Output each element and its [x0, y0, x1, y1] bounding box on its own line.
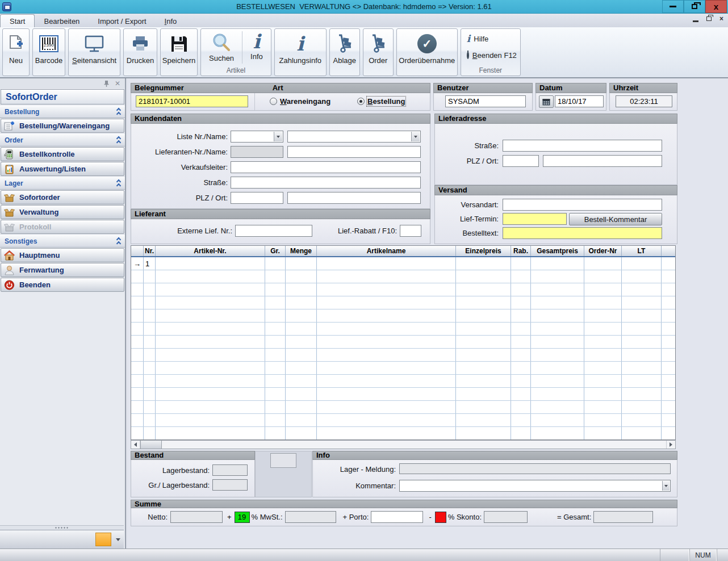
- printer-icon: [131, 33, 149, 55]
- kunden-plz-input[interactable]: [231, 192, 283, 204]
- orderuebernahme-button[interactable]: ✓ Orderübernahme: [396, 28, 458, 76]
- table-row[interactable]: [131, 388, 675, 401]
- tab-import-export[interactable]: Import / Export: [89, 15, 155, 27]
- restore-button[interactable]: [684, 0, 705, 13]
- porto-input[interactable]: [371, 511, 423, 523]
- benutzer-input[interactable]: SYSADM: [445, 95, 526, 107]
- scroll-right-arrow[interactable]: [666, 441, 675, 449]
- sidebar-grip[interactable]: [0, 525, 124, 530]
- column-header[interactable]: Menge: [286, 246, 317, 256]
- lief-termin-input[interactable]: [503, 213, 567, 225]
- externe-lief-input[interactable]: [235, 225, 312, 237]
- table-row[interactable]: [131, 375, 675, 388]
- mid-box: [270, 453, 296, 468]
- column-header-filler: [662, 246, 675, 256]
- lieferanten-name-input[interactable]: [287, 146, 421, 158]
- mdi-close-icon[interactable]: ×: [719, 15, 723, 22]
- column-header[interactable]: Einzelpreis: [456, 246, 511, 256]
- neu-button[interactable]: Neu: [2, 28, 30, 76]
- bestelltext-input[interactable]: [503, 227, 662, 239]
- belegnummer-input[interactable]: 2181017-10001: [136, 95, 248, 107]
- tab-start[interactable]: Start: [0, 14, 35, 27]
- column-header[interactable]: Order-Nr: [584, 246, 622, 256]
- scroll-left-arrow[interactable]: [131, 441, 140, 449]
- sidebar-item-bestellkontrolle[interactable]: Bestellkontrolle: [1, 147, 124, 161]
- table-row[interactable]: [131, 270, 675, 283]
- column-header[interactable]: Nr.: [144, 246, 156, 256]
- table-row[interactable]: [131, 283, 675, 296]
- speichern-button[interactable]: Speichern: [160, 28, 198, 76]
- liefer-strasse-input[interactable]: [503, 140, 662, 152]
- chevron-down-icon[interactable]: [116, 538, 120, 541]
- liste-nr-combo[interactable]: [231, 131, 283, 143]
- order-button[interactable]: Order: [363, 28, 394, 76]
- kommentar-combo[interactable]: [399, 480, 671, 492]
- hilfe-button[interactable]: i Hilfe: [461, 32, 520, 43]
- section-header-bestellung[interactable]: Bestellung: [0, 106, 125, 118]
- footer-active-button[interactable]: [95, 533, 111, 546]
- suchen-button[interactable]: Suchen: [201, 29, 242, 66]
- column-header[interactable]: Gr.: [265, 246, 286, 256]
- column-header[interactable]: Rab.: [511, 246, 531, 256]
- table-row[interactable]: →1: [131, 257, 675, 270]
- beenden-f12-button[interactable]: Beenden F12: [461, 49, 520, 60]
- table-row[interactable]: [131, 296, 675, 309]
- chevron-down-icon[interactable]: [662, 481, 670, 491]
- chevron-down-icon[interactable]: [411, 132, 420, 141]
- column-header[interactable]: Artikelname: [317, 246, 456, 256]
- tab-bearbeiten[interactable]: Bearbeiten: [35, 15, 89, 27]
- power-icon: [467, 52, 469, 59]
- bestell-kommentar-button[interactable]: Bestell-Kommentar: [569, 213, 662, 225]
- versandart-input[interactable]: [503, 199, 662, 211]
- table-row[interactable]: [131, 401, 675, 414]
- kunden-ort-input[interactable]: [287, 192, 421, 204]
- kunden-strasse-input[interactable]: [231, 177, 421, 189]
- mdi-minimize-icon[interactable]: [693, 20, 698, 22]
- chevron-down-icon[interactable]: [274, 132, 282, 141]
- datum-input[interactable]: 18/10/17: [555, 95, 604, 107]
- scrollbar-thumb[interactable]: [140, 441, 162, 449]
- liste-name-combo[interactable]: [287, 131, 421, 143]
- ablage-button[interactable]: Ablage: [329, 28, 360, 76]
- radio-bestellung[interactable]: Bestellung: [357, 97, 405, 106]
- seitenansicht-button[interactable]: Seitenansicht: [68, 28, 120, 76]
- mdi-restore-icon[interactable]: [706, 16, 712, 21]
- liefer-ort-input[interactable]: [543, 155, 662, 167]
- horizontal-scrollbar[interactable]: [131, 440, 676, 449]
- column-header[interactable]: Gesamtpreis: [531, 246, 584, 256]
- rabatt-input[interactable]: [400, 225, 421, 237]
- liefer-plz-input[interactable]: [503, 155, 539, 167]
- close-button[interactable]: x: [705, 0, 727, 13]
- section-header-sonstiges[interactable]: Sonstiges: [0, 235, 125, 248]
- zahlungsinfo-button[interactable]: i Zahlungsinfo: [274, 28, 327, 76]
- tab-info[interactable]: Info: [156, 15, 186, 27]
- radio-wareneingang[interactable]: Wareneingang: [270, 97, 330, 106]
- table-row[interactable]: [131, 323, 675, 336]
- table-row[interactable]: [131, 427, 675, 440]
- column-header[interactable]: LT: [622, 246, 662, 256]
- sidebar-item-hauptmenu[interactable]: Hauptmenu: [1, 248, 124, 262]
- verkaufsleiter-input[interactable]: [231, 161, 421, 173]
- pin-icon[interactable]: [104, 81, 109, 87]
- table-row[interactable]: [131, 362, 675, 375]
- calendar-button[interactable]: [539, 95, 554, 108]
- minimize-button[interactable]: [662, 0, 684, 13]
- table-row[interactable]: [131, 414, 675, 427]
- resize-grip[interactable]: [717, 549, 728, 561]
- sidebar-item-fernwartung[interactable]: Fernwartung: [1, 263, 124, 277]
- info-button[interactable]: i Info: [242, 29, 271, 66]
- sidebar-item-verwaltung[interactable]: Verwaltung: [1, 205, 124, 219]
- sidebar-close-icon[interactable]: ✕: [115, 80, 120, 87]
- section-header-order[interactable]: Order: [0, 134, 125, 146]
- drucken-button[interactable]: Drucken: [123, 28, 157, 76]
- sidebar-item-sofortorder[interactable]: Sofortorder: [1, 190, 124, 204]
- sidebar-item-auswertung-listen[interactable]: Auswertung/Listen: [1, 162, 124, 176]
- barcode-button[interactable]: 2390 Barcode: [32, 28, 65, 76]
- column-header[interactable]: Artikel-Nr.: [156, 246, 265, 256]
- table-row[interactable]: [131, 336, 675, 349]
- table-row[interactable]: [131, 309, 675, 323]
- section-header-lager[interactable]: Lager: [0, 177, 125, 190]
- sidebar-item-beenden[interactable]: Beenden: [1, 278, 124, 292]
- table-row[interactable]: [131, 349, 675, 362]
- sidebar-item-bestellung-wareneingang[interactable]: Bestellung/Wareneingang: [1, 119, 124, 133]
